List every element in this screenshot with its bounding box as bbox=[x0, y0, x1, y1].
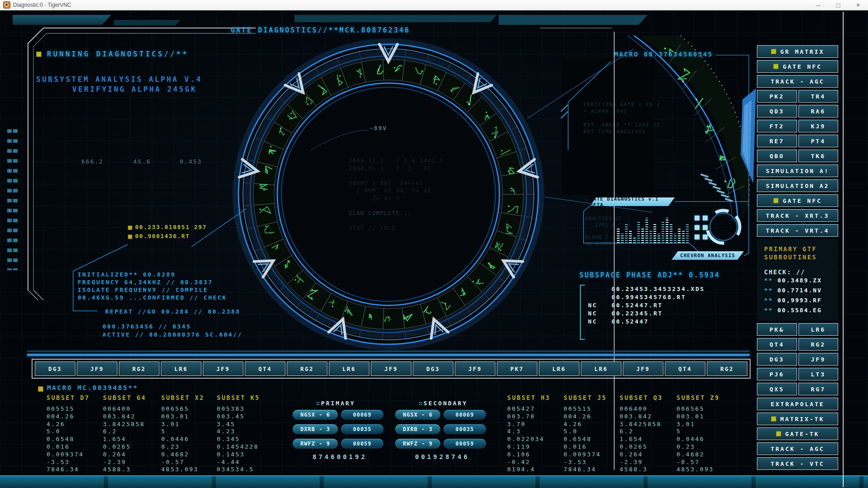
panel-check-label: CHECK: // bbox=[764, 268, 834, 276]
bullet-icon bbox=[773, 198, 779, 203]
sidebar-button-gate-nfc[interactable]: GATE NFC bbox=[757, 194, 838, 207]
sidebar-button-jf9[interactable]: JF9 bbox=[798, 353, 839, 366]
code-button-lr6[interactable]: LR6 bbox=[329, 361, 369, 376]
code-button-rg2[interactable]: RG2 bbox=[119, 361, 159, 376]
subset-value: 0194.4 bbox=[507, 466, 562, 474]
sidebar-button-pk-[interactable]: PK& bbox=[757, 323, 797, 336]
status-square bbox=[695, 235, 700, 239]
sidebar-button-ra6[interactable]: RA6 bbox=[798, 105, 839, 117]
sidebar-button-pj6[interactable]: PJ6 bbox=[757, 368, 797, 380]
sidebar-button-simulation-a-[interactable]: SIMULATION A! bbox=[757, 164, 838, 177]
subspace-row: NC00.52447 bbox=[588, 318, 705, 326]
sidebar-button-track-xrt-3[interactable]: TRACK - XRT.3 bbox=[757, 209, 838, 222]
sidebar-button-pt4[interactable]: PT4 bbox=[798, 135, 839, 147]
value-pill[interactable]: 00059 bbox=[443, 439, 486, 449]
sidebar-button-qd3[interactable]: QD3 bbox=[757, 105, 797, 117]
sidebar-button-kj9[interactable]: KJ9 bbox=[798, 120, 839, 132]
code-button-rg2[interactable]: RG2 bbox=[287, 361, 327, 376]
sidebar-button-simulation-a2[interactable]: SIMULATION A2 bbox=[757, 179, 838, 192]
sidebar-button-pk2[interactable]: PK2 bbox=[757, 90, 797, 103]
subset-value: -4.44 bbox=[217, 459, 272, 466]
sidebar-button-extrapolate[interactable]: EXTRAPOLATE bbox=[757, 398, 838, 410]
code-button-qt4[interactable]: QT4 bbox=[665, 361, 705, 376]
subset-value: 0.0446 bbox=[677, 436, 732, 443]
value-pill[interactable]: 00059 bbox=[341, 439, 383, 449]
sidebar-button-qbo[interactable]: QBO bbox=[757, 150, 797, 162]
code-button-rg2[interactable]: RG2 bbox=[707, 361, 747, 376]
close-button[interactable]: ✕ bbox=[848, 0, 868, 10]
equalizer-bar bbox=[686, 224, 689, 243]
code-button-pk7[interactable]: PK7 bbox=[497, 361, 537, 376]
subset-value: 004.26 bbox=[564, 413, 619, 421]
value-pill[interactable]: 00069 bbox=[443, 410, 486, 420]
subspace-row: 00.9945345768.RT bbox=[588, 294, 705, 302]
sidebar-button-pair: FT2KJ9 bbox=[757, 120, 838, 132]
sidebar-button-lr6[interactable]: LR6 bbox=[798, 323, 839, 336]
equalizer-bar bbox=[653, 224, 656, 243]
equalizer-bar bbox=[633, 237, 636, 243]
sidebar-button-track-vtc[interactable]: TRACK - VTC bbox=[757, 457, 838, 470]
value-pill[interactable]: 00035 bbox=[341, 424, 383, 434]
code-pill-rwfz9[interactable]: RWFZ - 9 bbox=[293, 439, 338, 449]
sidebar-button-tk6[interactable]: TK6 bbox=[798, 150, 839, 162]
code-pill-dxrb3[interactable]: DXRB - 3 bbox=[293, 424, 338, 434]
value-pill[interactable]: 00069 bbox=[341, 410, 383, 420]
sidebar-button-lt3[interactable]: LT3 bbox=[798, 368, 839, 380]
sidebar-button-qx5[interactable]: QX5 bbox=[757, 383, 797, 395]
log-line: SCAN COMPLETE... bbox=[349, 210, 443, 217]
sidebar-button-dg3[interactable]: DG3 bbox=[757, 353, 797, 366]
code-pill-dxrb3[interactable]: DXRB - 3 bbox=[395, 424, 440, 434]
log-line: 00.46XG.59 ...CONFIRMED // CHECK bbox=[78, 294, 227, 301]
code-pill-ngsx6[interactable]: NGSX - 6 bbox=[293, 410, 338, 420]
equalizer-bar bbox=[641, 227, 644, 243]
maximize-button[interactable]: ▢ bbox=[828, 0, 848, 10]
equalizer-bar bbox=[674, 234, 677, 243]
code-button-qt4[interactable]: QT4 bbox=[245, 361, 285, 376]
code-button-lr6[interactable]: LR6 bbox=[161, 361, 201, 376]
sidebar-button-re7[interactable]: RE7 bbox=[757, 135, 797, 147]
code-button-jf9[interactable]: JF9 bbox=[203, 361, 243, 376]
minimize-button[interactable]: — bbox=[808, 0, 828, 10]
sidebar-button-track-agc[interactable]: TRACK - AGC bbox=[757, 442, 838, 455]
sidebar-button-track-agc[interactable]: TRACK - AGC bbox=[757, 75, 838, 88]
sidebar-button-rg2[interactable]: RG2 bbox=[798, 338, 839, 351]
code-button-jf9[interactable]: JF9 bbox=[455, 361, 495, 376]
sidebar-button-gate-nfc[interactable]: GATE NFC bbox=[757, 60, 838, 73]
sidebar-button-ft2[interactable]: FT2 bbox=[757, 120, 797, 132]
code-button-dg3[interactable]: DG3 bbox=[413, 361, 453, 376]
code-pill-rwfz9[interactable]: RWFZ - 9 bbox=[395, 439, 440, 449]
code-pill-ngsx6[interactable]: NGSX - 6 bbox=[395, 410, 440, 420]
subspace-title: SUBSPACE PHASE ADJ** 0.5934 bbox=[579, 271, 720, 279]
sidebar-button-track-vrt-4[interactable]: TRACK - VRT.4 bbox=[757, 224, 838, 237]
subset-value: 3.01 bbox=[677, 421, 732, 428]
gate-diagnostics-banner: GATE DIAGNOSTICS v.1 BETA bbox=[590, 197, 675, 206]
subroutines-panel: PRIMARY GTFSUBROUTINESCHECK: //** 00.348… bbox=[757, 239, 838, 321]
log-line: Z= 42.2 bbox=[349, 195, 443, 202]
sidebar-button-gate-tk[interactable]: GATE-TK bbox=[757, 427, 838, 440]
subspace-prefix: NC bbox=[588, 310, 611, 317]
code-button-jf9[interactable]: JF9 bbox=[371, 361, 411, 376]
subset-table-right: SUBSET H3005427003.703.704.30.0220340.11… bbox=[507, 394, 735, 480]
bullet-icon bbox=[773, 64, 779, 69]
sidebar-button-matrix-tk[interactable]: MATRIX-TK bbox=[757, 413, 838, 425]
code-button-lr6[interactable]: LR6 bbox=[539, 361, 579, 376]
log-line: INITIALIZED** 00.0289 bbox=[78, 271, 227, 278]
value-pill[interactable]: 00035 bbox=[443, 424, 486, 434]
subset-column: SUBSET K5005383003.453.454.230.3450.1454… bbox=[217, 394, 272, 474]
sig-title: ∷SECONDARY bbox=[419, 400, 490, 407]
sidebar-button-gr-matrix[interactable]: GR MATRIX bbox=[757, 45, 838, 58]
subset-value: 003.01 bbox=[677, 413, 732, 421]
sidebar-button-tr4[interactable]: TR4 bbox=[798, 90, 839, 103]
code-button-jf9[interactable]: JF9 bbox=[77, 361, 117, 376]
subset-value: 4588.3 bbox=[620, 466, 675, 474]
equalizer-bar bbox=[670, 224, 672, 243]
subset-value: 0.4682 bbox=[161, 451, 216, 459]
code-button-jf9[interactable]: JF9 bbox=[623, 361, 663, 376]
code-button-lr6[interactable]: LR6 bbox=[581, 361, 621, 376]
code-button-dg3[interactable]: DG3 bbox=[35, 361, 75, 376]
log-line: ROT. ANGLE ** 1204.22 bbox=[583, 122, 661, 128]
sidebar-button-rg7[interactable]: RG7 bbox=[798, 383, 839, 395]
subset-value: 1.654 bbox=[620, 436, 675, 443]
subset-value: 5.0 bbox=[47, 428, 102, 436]
sidebar-button-qt4[interactable]: QT4 bbox=[757, 338, 797, 351]
